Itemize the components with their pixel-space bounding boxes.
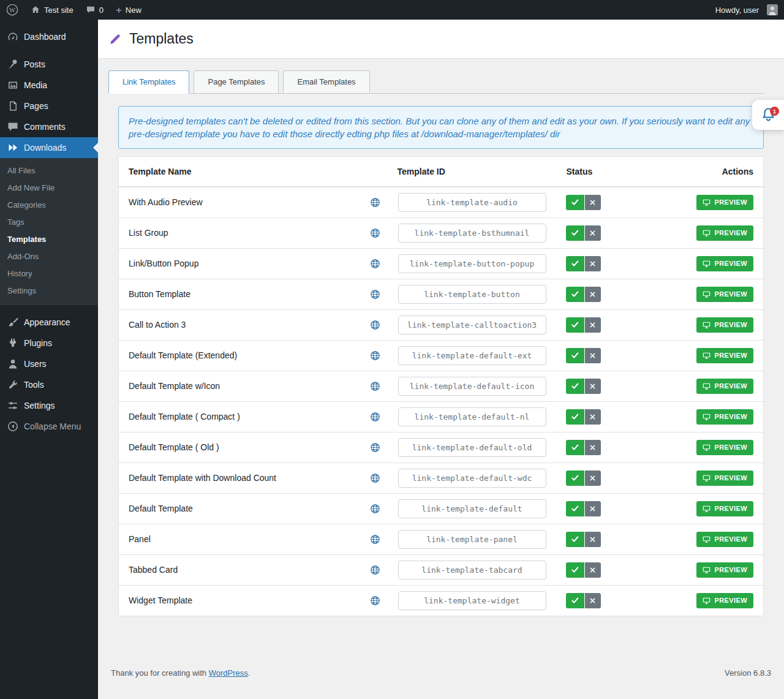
status-inactive-button[interactable] [585, 440, 601, 455]
status-inactive-button[interactable] [585, 470, 601, 486]
template-id-input[interactable] [398, 407, 546, 426]
template-id-input[interactable] [398, 530, 546, 549]
submenu-item-templates[interactable]: Templates [0, 231, 98, 248]
tab-page-templates[interactable]: Page Templates [194, 70, 279, 94]
my-account-menu[interactable]: Howdy, user [709, 0, 784, 20]
menu-item-pages[interactable]: Pages [0, 96, 98, 116]
comments-shortcut[interactable]: 0 [80, 0, 110, 20]
template-id-input[interactable] [398, 346, 546, 365]
status-inactive-button[interactable] [585, 379, 601, 394]
menu-item-dashboard[interactable]: Dashboard [0, 26, 98, 47]
menu-item-appearance[interactable]: Appearance [0, 312, 98, 333]
submenu-item-settings[interactable]: Settings [0, 282, 98, 300]
check-icon [571, 259, 579, 268]
status-inactive-button[interactable] [585, 409, 601, 425]
status-active-button[interactable] [566, 256, 584, 271]
x-icon [589, 352, 596, 359]
home-icon [31, 5, 40, 15]
template-id-input[interactable] [398, 469, 546, 488]
header-status: Status [558, 157, 638, 187]
preview-button[interactable]: PREVIEW [696, 440, 753, 455]
template-id-input[interactable] [398, 591, 546, 610]
template-id-input[interactable] [398, 315, 546, 334]
status-inactive-button[interactable] [585, 593, 601, 608]
submenu-item-history[interactable]: History [0, 265, 98, 282]
status-active-button[interactable] [566, 562, 584, 578]
status-active-button[interactable] [566, 593, 584, 608]
status-active-button[interactable] [566, 409, 584, 425]
preview-button[interactable]: PREVIEW [696, 195, 753, 210]
status-inactive-button[interactable] [585, 287, 601, 302]
preview-button[interactable]: PREVIEW [696, 532, 753, 547]
status-active-button[interactable] [566, 348, 584, 363]
template-name: Link/Button Popup [129, 259, 198, 268]
menu-item-settings[interactable]: Settings [0, 395, 98, 416]
template-id-input[interactable] [398, 499, 546, 518]
pages-icon [7, 100, 19, 112]
globe-icon [369, 503, 381, 513]
preview-button[interactable]: PREVIEW [696, 287, 753, 302]
tab-link-templates[interactable]: Link Templates [108, 70, 189, 94]
template-id-input[interactable] [398, 193, 546, 212]
wp-logo-button[interactable]: W [0, 0, 24, 20]
preview-button[interactable]: PREVIEW [696, 409, 753, 425]
status-active-button[interactable] [566, 440, 584, 455]
menu-item-downloads[interactable]: Downloads [0, 137, 98, 158]
submenu-item-add-ons[interactable]: Add-Ons [0, 248, 98, 265]
globe-icon [369, 472, 381, 482]
plus-icon: + [116, 5, 122, 15]
status-active-button[interactable] [566, 379, 584, 394]
status-inactive-button[interactable] [585, 256, 601, 271]
preview-button[interactable]: PREVIEW [696, 225, 753, 241]
template-id-input[interactable] [398, 561, 546, 580]
wordpress-link[interactable]: WordPress [209, 668, 248, 678]
submenu-item-add-new-file[interactable]: Add New File [0, 179, 98, 197]
preview-button[interactable]: PREVIEW [696, 562, 753, 578]
template-name: Tabbed Card [129, 565, 178, 575]
status-inactive-button[interactable] [585, 225, 601, 241]
menu-item-comments[interactable]: Comments [0, 116, 98, 137]
submenu-item-all-files[interactable]: All Files [0, 162, 98, 179]
user-icon [7, 358, 19, 370]
template-id-input[interactable] [398, 254, 546, 273]
status-active-button[interactable] [566, 195, 584, 210]
submenu-item-categories[interactable]: Categories [0, 197, 98, 214]
template-id-input[interactable] [398, 438, 546, 457]
template-id-input[interactable] [398, 285, 546, 304]
status-inactive-button[interactable] [585, 348, 601, 363]
menu-item-posts[interactable]: Posts [0, 54, 98, 75]
preview-button[interactable]: PREVIEW [696, 348, 753, 363]
status-inactive-button[interactable] [585, 532, 601, 547]
preview-button[interactable]: PREVIEW [696, 501, 753, 516]
notification-panel[interactable]: 1 [752, 100, 784, 130]
status-active-button[interactable] [566, 532, 584, 547]
status-active-button[interactable] [566, 287, 584, 302]
preview-button[interactable]: PREVIEW [696, 379, 753, 394]
site-name-link[interactable]: Test site [24, 0, 80, 20]
menu-item-media[interactable]: Media [0, 75, 98, 96]
status-inactive-button[interactable] [585, 317, 601, 333]
status-inactive-button[interactable] [585, 501, 601, 516]
tab-email-templates[interactable]: Email Templates [283, 70, 369, 94]
status-active-button[interactable] [566, 225, 584, 241]
status-active-button[interactable] [566, 470, 584, 486]
menu-item-users[interactable]: Users [0, 353, 98, 374]
status-active-button[interactable] [566, 317, 584, 333]
menu-item-tools[interactable]: Tools [0, 374, 98, 395]
status-active-button[interactable] [566, 501, 584, 516]
template-id-input[interactable] [398, 224, 546, 243]
preview-button[interactable]: PREVIEW [696, 593, 753, 608]
preview-button[interactable]: PREVIEW [696, 470, 753, 486]
template-id-input[interactable] [398, 377, 546, 396]
new-content-button[interactable]: + New [110, 0, 148, 20]
monitor-icon [703, 260, 710, 268]
status-inactive-button[interactable] [585, 195, 601, 210]
status-inactive-button[interactable] [585, 562, 601, 578]
status-toggle [566, 562, 601, 578]
collapse-menu-button[interactable]: Collapse Menu [0, 416, 98, 437]
menu-item-plugins[interactable]: Plugins [0, 333, 98, 353]
preview-button[interactable]: PREVIEW [696, 317, 753, 333]
submenu-item-tags[interactable]: Tags [0, 214, 98, 231]
preview-button[interactable]: PREVIEW [696, 256, 753, 271]
preview-label: PREVIEW [714, 566, 747, 573]
